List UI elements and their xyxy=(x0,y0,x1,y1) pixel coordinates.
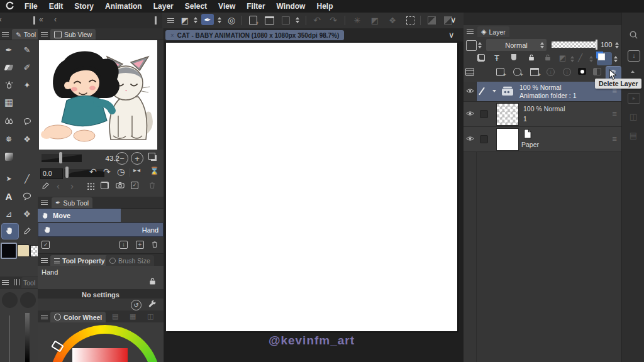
ruler-icon[interactable]: ╱ xyxy=(578,54,582,62)
apply-check-icon[interactable]: ✓ xyxy=(131,182,138,189)
transfer-down-icon[interactable]: ↓ xyxy=(547,68,555,76)
lower-panel-menu-icon[interactable] xyxy=(2,280,9,285)
menu-filter[interactable]: Filter xyxy=(241,0,270,13)
import-subtool-icon[interactable]: ↓ xyxy=(119,241,128,249)
canvas-page[interactable] xyxy=(166,43,457,331)
layer-grip-icon[interactable]: ≣ xyxy=(612,110,617,117)
close-tab-icon[interactable]: × xyxy=(170,32,174,39)
tool-brush-icon[interactable]: ✐ xyxy=(19,60,35,74)
layer-combo-spinner[interactable] xyxy=(478,42,482,48)
subtool-menu-icon[interactable] xyxy=(41,200,48,205)
command-menu-icon[interactable] xyxy=(167,18,174,23)
tool-line-icon[interactable]: ╱ xyxy=(19,172,35,185)
brush-preview-circle-1[interactable] xyxy=(2,292,18,308)
new-document-icon[interactable]: + xyxy=(247,14,259,26)
subview-rotation-slider[interactable] xyxy=(64,169,104,177)
layer-thumbnail-white[interactable] xyxy=(496,128,519,151)
duplicate-subtool-icon[interactable]: + xyxy=(136,241,144,249)
colorwheel-tab[interactable]: Color Wheel xyxy=(50,312,106,322)
layer-color-spinner[interactable] xyxy=(614,56,618,62)
wrench-icon[interactable] xyxy=(148,300,157,308)
edit-canvas-icon[interactable] xyxy=(101,182,109,189)
import-panel-icon[interactable]: ↓ xyxy=(628,50,640,62)
layer-mask-icon[interactable] xyxy=(511,54,516,60)
subview-eyedropper-icon[interactable] xyxy=(42,182,50,190)
document-tab[interactable]: × CAT - BABY ANIMATION (1080 x 1080px 35… xyxy=(165,30,344,40)
lock-icon[interactable] xyxy=(148,277,157,285)
rotate-cw-icon[interactable]: ↷ xyxy=(103,167,111,176)
deselect-icon[interactable]: ◩ xyxy=(369,14,381,26)
menu-view[interactable]: View xyxy=(213,0,241,13)
flatten-preview-icon[interactable] xyxy=(465,68,474,76)
menu-window[interactable]: Window xyxy=(271,0,311,13)
subtool-group-move[interactable]: Move xyxy=(38,209,121,222)
layer-row-1[interactable]: 100 % Normal 1 ≣ xyxy=(464,102,621,127)
tonal-correction-icon[interactable]: Ŧ xyxy=(494,54,499,62)
new-raster-layer-icon[interactable]: + xyxy=(496,68,504,76)
lock-transparent-icon[interactable] xyxy=(544,53,552,62)
timeline-panel-icon[interactable]: ▸ xyxy=(628,93,640,104)
toolproperty-tab[interactable]: Tool Property xyxy=(50,255,108,266)
slider-track-taper[interactable] xyxy=(25,313,30,362)
ruler-spinner[interactable] xyxy=(589,56,593,62)
tool-operation-icon[interactable]: ➤ xyxy=(1,172,16,185)
strip-handle-2[interactable] xyxy=(155,16,157,25)
subview-rotation-handle[interactable] xyxy=(65,167,69,178)
sub-color-swatch[interactable] xyxy=(17,244,30,257)
eye-icon[interactable] xyxy=(466,136,474,141)
tool-spinner-1[interactable] xyxy=(194,17,197,23)
subview-image[interactable] xyxy=(39,40,157,150)
toolproperty-menu-icon[interactable] xyxy=(41,258,48,263)
subview-scroll-gutter[interactable] xyxy=(158,40,164,150)
opacity-slider[interactable] xyxy=(552,41,597,48)
layer-row-paper[interactable]: Paper ≣ xyxy=(464,127,621,152)
active-tool-icon[interactable]: ✒ xyxy=(201,14,214,25)
menu-story[interactable]: Story xyxy=(69,0,99,13)
layer-color-icon[interactable] xyxy=(598,53,605,60)
brushsize-tab[interactable]: Brush Size xyxy=(106,255,154,266)
create-mask-icon[interactable] xyxy=(578,68,586,75)
tool-eraser-icon[interactable] xyxy=(1,60,16,74)
tab-list-chevron[interactable]: ∨ xyxy=(448,31,455,39)
layer-panel-tab[interactable]: ◈ Layer xyxy=(477,26,509,37)
layer-combo-icon[interactable] xyxy=(466,40,477,51)
collapse-panels-icon[interactable]: « xyxy=(39,16,43,23)
new-layer-dialog-icon[interactable]: + xyxy=(513,68,521,76)
menu-layer[interactable]: Layer xyxy=(148,0,179,13)
sv-square[interactable] xyxy=(72,348,128,362)
colorwheel-menu-icon[interactable] xyxy=(41,315,48,319)
grid-view-icon[interactable] xyxy=(87,182,94,190)
tool-blend-icon[interactable] xyxy=(1,114,16,128)
tool-frame-icon[interactable]: ▦ xyxy=(1,96,16,109)
subtool-item-hand[interactable]: Hand xyxy=(38,222,164,237)
collapse-left-icon[interactable]: « xyxy=(0,16,2,23)
tool-decoration-icon[interactable]: ✦ xyxy=(19,78,35,92)
main-color-swatch[interactable] xyxy=(1,243,17,259)
tool-fill-bucket-icon[interactable]: ❖ xyxy=(19,132,35,146)
zoom-out-icon[interactable]: − xyxy=(116,152,128,165)
fill-select-icon[interactable]: ❖ xyxy=(386,14,399,26)
new-folder-icon[interactable]: + xyxy=(530,68,539,76)
menu-select[interactable]: Select xyxy=(179,0,213,13)
mask-off-icon[interactable] xyxy=(425,14,438,26)
tool-spinner-2[interactable] xyxy=(218,17,221,23)
opacity-handle[interactable] xyxy=(596,40,597,50)
tool-panel-menu-icon[interactable] xyxy=(2,32,9,36)
menu-edit[interactable]: Edit xyxy=(43,0,69,13)
brush-preview-circle-2[interactable] xyxy=(20,292,36,308)
tool-figure-icon[interactable]: ✥ xyxy=(19,207,35,221)
navigator-icon[interactable]: ◩ xyxy=(179,14,191,26)
apply-mask-icon[interactable] xyxy=(593,68,601,75)
commandbar-expand-chevron[interactable]: ∨ xyxy=(450,16,457,24)
quick-search-icon[interactable] xyxy=(628,29,639,40)
clip-to-layer-icon[interactable] xyxy=(477,54,485,62)
delete-subtool-icon[interactable] xyxy=(151,241,158,248)
save-icon[interactable] xyxy=(279,14,292,26)
select-launcher-icon[interactable]: ✳ xyxy=(351,14,364,26)
strip-handle[interactable] xyxy=(33,16,35,25)
layer-thumbnail-transparent[interactable] xyxy=(496,103,519,126)
rotate-ccw-icon[interactable]: ↶ xyxy=(89,167,97,176)
material-panel-icon[interactable]: ◫ xyxy=(628,112,639,121)
subview-panel-icon[interactable]: ▤ xyxy=(628,131,639,140)
color-set-tab-icon[interactable]: ▦ xyxy=(130,313,136,320)
